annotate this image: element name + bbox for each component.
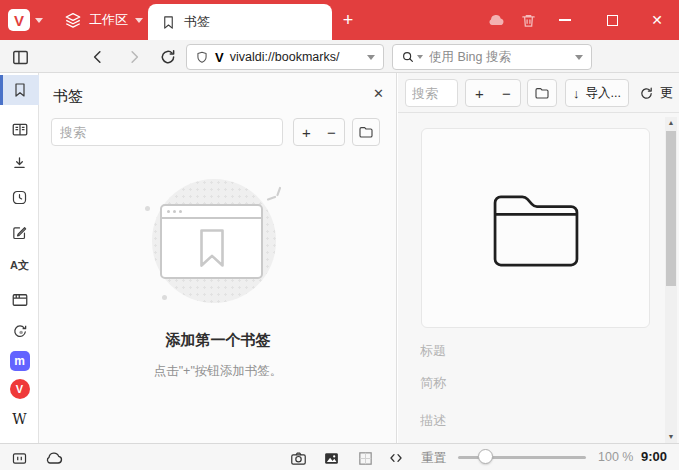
mastodon-icon: m xyxy=(10,351,30,371)
refresh-icon xyxy=(639,86,654,101)
status-panel-toggle-button[interactable] xyxy=(9,448,29,468)
search-field[interactable] xyxy=(392,44,592,70)
update-thumbnails-button[interactable]: 更 xyxy=(639,79,679,107)
scroll-down-button[interactable]: ▼ xyxy=(665,431,677,443)
address-toolbar: V vivaldi://bookmarks/ xyxy=(0,40,679,73)
search-engine-caret-icon xyxy=(417,55,423,59)
address-dropdown-caret-icon[interactable] xyxy=(367,55,375,60)
address-field[interactable]: V vivaldi://bookmarks/ xyxy=(186,44,384,70)
bookmark-description-row xyxy=(412,413,652,435)
clock[interactable]: 9:00 xyxy=(641,449,667,464)
panel-new-folder-button[interactable] xyxy=(352,118,380,146)
rail-history-button[interactable] xyxy=(0,182,39,212)
rail-windows-button[interactable] xyxy=(0,285,39,315)
vivaldi-menu-button[interactable]: V xyxy=(8,9,30,31)
manager-remove-button[interactable]: − xyxy=(493,85,520,102)
minimize-icon xyxy=(559,19,571,21)
search-icon xyxy=(401,50,415,64)
closed-tabs-button[interactable] xyxy=(516,8,540,32)
panel-search-input[interactable] xyxy=(52,125,282,140)
panel-toggle-icon xyxy=(11,450,28,467)
bookmark-title-row xyxy=(412,343,652,365)
forward-button[interactable] xyxy=(121,44,147,70)
new-tab-button[interactable]: + xyxy=(336,8,360,32)
status-sync-button[interactable] xyxy=(44,448,64,468)
page-tiling-button[interactable] xyxy=(355,448,375,468)
large-folder-icon xyxy=(490,189,582,267)
update-label: 更 xyxy=(660,85,673,102)
workspace-label: 工作区 xyxy=(89,11,128,29)
page-actions-button[interactable] xyxy=(386,448,406,468)
bookmark-manager: + − ↓ 导入... 更 xyxy=(398,73,679,443)
search-engine-button[interactable] xyxy=(401,50,423,64)
bookmark-nickname-input[interactable] xyxy=(412,375,652,390)
search-input[interactable] xyxy=(429,50,569,64)
back-icon xyxy=(89,48,107,66)
manager-scrollbar[interactable]: ▲ ▼ xyxy=(665,117,677,443)
download-icon xyxy=(11,155,28,172)
bookmark-nickname-row xyxy=(412,375,652,397)
empty-state-subtitle: 点击"+"按钮添加书签。 xyxy=(39,363,397,380)
sync-status-button[interactable] xyxy=(484,8,508,32)
vivaldi-favicon: V xyxy=(10,379,30,399)
manager-search-input[interactable] xyxy=(406,86,457,101)
zoom-slider-thumb[interactable] xyxy=(478,449,493,464)
vivaldi-logo-icon: V xyxy=(14,12,24,29)
trash-icon xyxy=(520,12,537,29)
vivaldi-browser-window: V 工作区 书签 + xyxy=(0,0,679,470)
rail-notes-button[interactable] xyxy=(0,217,39,247)
rail-downloads-button[interactable] xyxy=(0,148,39,178)
scroll-up-button[interactable]: ▲ xyxy=(665,117,677,129)
reload-button[interactable] xyxy=(155,44,181,70)
rail-vivaldi-webpanel-button[interactable]: V xyxy=(0,374,39,404)
rail-wikipedia-webpanel-button[interactable]: W xyxy=(0,404,39,434)
bookmark-title-input[interactable] xyxy=(412,343,652,358)
decorative-dot xyxy=(145,206,150,211)
workspace-button[interactable]: 工作区 xyxy=(58,0,149,40)
toggle-images-button[interactable] xyxy=(321,448,341,468)
minimize-button[interactable] xyxy=(551,6,579,34)
history-icon xyxy=(11,189,28,206)
scrollbar-thumb[interactable] xyxy=(666,131,676,286)
rail-translate-button[interactable]: A文 xyxy=(0,250,39,280)
panel-toggle-icon xyxy=(11,48,30,67)
import-button[interactable]: ↓ 导入... xyxy=(565,79,629,107)
panel-close-button[interactable]: ✕ xyxy=(373,86,384,101)
bookmark-illustration-icon xyxy=(198,228,226,268)
workspace-caret-icon xyxy=(135,18,143,23)
manager-add-button[interactable]: + xyxy=(466,85,493,102)
rail-reading-list-button[interactable] xyxy=(0,115,39,145)
capture-page-button[interactable] xyxy=(288,448,308,468)
tab-cycle-icon xyxy=(11,323,29,341)
toggle-panel-button[interactable] xyxy=(7,44,33,70)
tab-bookmarks[interactable]: 书签 xyxy=(148,4,332,40)
back-button[interactable] xyxy=(85,44,111,70)
rail-tab-cycle-button[interactable] xyxy=(0,317,39,347)
add-bookmark-button[interactable]: + xyxy=(294,124,319,141)
reload-icon xyxy=(159,48,177,66)
camera-icon xyxy=(290,450,307,467)
folder-icon xyxy=(534,85,550,101)
maximize-icon xyxy=(607,15,618,26)
manager-new-folder-button[interactable] xyxy=(527,79,557,107)
translate-icon: A文 xyxy=(10,258,29,273)
manager-search-box xyxy=(405,79,458,107)
remove-bookmark-button[interactable]: − xyxy=(319,124,344,141)
vivaldi-menu-caret-icon[interactable] xyxy=(35,18,43,23)
shield-icon xyxy=(195,50,209,65)
layers-icon xyxy=(64,11,82,29)
folder-preview-card[interactable] xyxy=(421,128,650,328)
notes-icon xyxy=(11,224,28,241)
maximize-button[interactable] xyxy=(598,6,626,34)
close-window-button[interactable]: ✕ xyxy=(643,6,671,34)
sparkle-icon xyxy=(266,186,286,206)
manager-toolbar: + − ↓ 导入... 更 xyxy=(398,73,679,113)
bookmark-description-input[interactable] xyxy=(412,413,652,428)
zoom-reset-button[interactable]: 重置 xyxy=(421,450,446,467)
search-dropdown-caret-icon[interactable] xyxy=(575,55,583,60)
statusbar: 重置 100 % 9:00 xyxy=(0,443,679,470)
cloud-icon xyxy=(44,448,64,468)
rail-mastodon-webpanel-button[interactable]: m xyxy=(0,346,39,376)
rail-bookmarks-button[interactable] xyxy=(0,75,39,105)
cloud-icon xyxy=(486,10,506,30)
